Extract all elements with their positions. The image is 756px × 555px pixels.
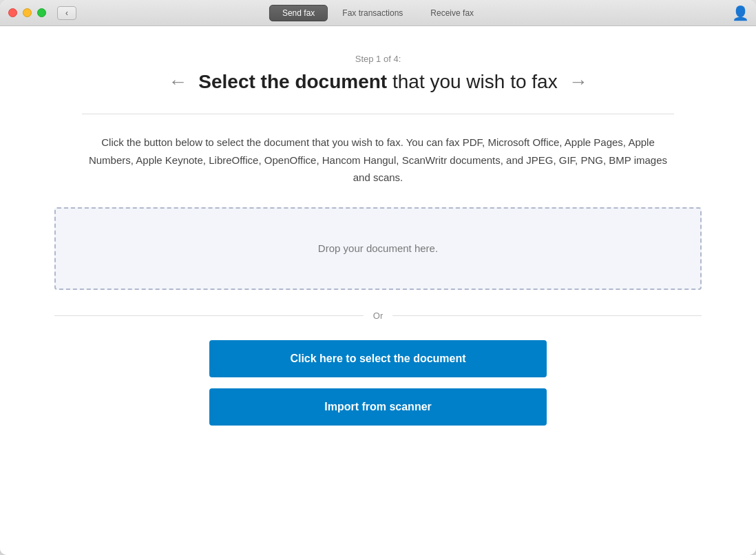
step-label: Step 1 of 4:: [355, 54, 401, 64]
back-icon: ‹: [65, 8, 68, 18]
titlebar: ‹ Send fax Fax transactions Receive fax …: [0, 0, 756, 26]
titlebar-right: 👤: [733, 6, 748, 21]
description-text: Click the button below to select the doc…: [82, 134, 674, 187]
arrow-left[interactable]: ←: [168, 71, 187, 93]
or-text: Or: [373, 311, 383, 321]
tab-send-fax[interactable]: Send fax: [269, 5, 328, 21]
step-title-normal: that you wish to fax: [387, 71, 557, 92]
step-title-bold: Select the document: [198, 71, 387, 92]
back-button[interactable]: ‹: [57, 6, 76, 20]
step-title: Select the document that you wish to fax: [198, 71, 557, 93]
import-from-scanner-button[interactable]: Import from scanner: [209, 388, 547, 426]
tab-bar: Send fax Fax transactions Receive fax: [269, 5, 487, 21]
minimize-button[interactable]: [23, 8, 32, 17]
or-divider: Or: [54, 311, 702, 321]
user-icon[interactable]: 👤: [733, 6, 748, 21]
step-title-row: ← Select the document that you wish to f…: [168, 71, 587, 93]
tab-receive-fax[interactable]: Receive fax: [417, 5, 487, 21]
drop-zone-text: Drop your document here.: [318, 242, 438, 254]
select-document-button[interactable]: Click here to select the document: [209, 340, 547, 377]
title-divider: [82, 114, 674, 114]
titlebar-left: ‹: [8, 6, 76, 20]
or-line-left: [54, 315, 364, 316]
close-button[interactable]: [8, 8, 17, 17]
maximize-button[interactable]: [37, 8, 46, 17]
main-content: Step 1 of 4: ← Select the document that …: [0, 26, 756, 555]
arrow-right[interactable]: →: [569, 71, 588, 93]
drop-zone[interactable]: Drop your document here.: [54, 207, 702, 290]
app-window: ‹ Send fax Fax transactions Receive fax …: [0, 0, 756, 555]
or-line-right: [392, 315, 702, 316]
tab-fax-transactions[interactable]: Fax transactions: [329, 5, 416, 21]
